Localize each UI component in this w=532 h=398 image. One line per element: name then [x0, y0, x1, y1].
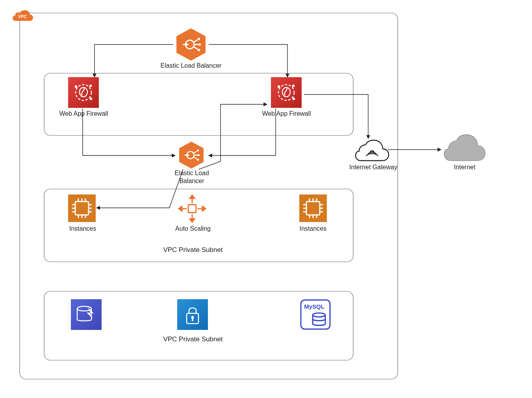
svg-point-8	[198, 43, 201, 46]
elb-top-label: Elastic Load Balancer	[150, 62, 232, 69]
conn-elb-top-to-waf-right	[209, 44, 287, 77]
svg-point-15	[90, 98, 92, 100]
svg-point-13	[75, 85, 77, 88]
svg-rect-16	[271, 77, 302, 108]
svg-point-10	[198, 49, 200, 51]
waf-right-label: Web App Firewall	[254, 110, 319, 117]
svg-rect-70	[177, 299, 208, 330]
svg-point-14	[89, 85, 92, 87]
auto-scaling-label: Auto Scaling	[165, 225, 221, 232]
vpc-badge: VPC	[12, 9, 34, 22]
svg-point-20	[293, 98, 295, 100]
svg-marker-49	[190, 219, 195, 222]
elb-mid-label: Elastic Load Balancer	[166, 169, 217, 185]
instances-left-label: Instances	[53, 225, 112, 232]
auto-scaling-icon	[176, 193, 208, 224]
svg-marker-1	[176, 28, 206, 61]
svg-point-28	[198, 154, 200, 156]
svg-marker-21	[179, 142, 204, 169]
svg-point-26	[197, 150, 199, 152]
svg-rect-11	[68, 77, 99, 108]
igw-label: Internet Gateway	[342, 164, 405, 171]
svg-point-6	[198, 38, 200, 40]
db-cache-icon	[71, 299, 102, 330]
db-mysql-icon: MySQL	[299, 298, 332, 331]
waf-left-label: Web App Firewall	[51, 110, 116, 117]
svg-point-19	[292, 85, 295, 87]
svg-marker-51	[179, 206, 182, 211]
conn-elb-top-to-waf-left	[95, 44, 173, 77]
subnet2-label: VPC Private Subnet	[158, 335, 228, 343]
elb-mid-icon	[177, 141, 206, 169]
subnet1-label: VPC Private Subnet	[158, 246, 228, 254]
svg-rect-73	[192, 318, 193, 321]
waf-right-icon	[271, 77, 302, 108]
svg-rect-45	[188, 205, 196, 213]
svg-point-18	[278, 85, 280, 88]
internet-label: Internet	[443, 164, 486, 171]
instances-right-label: Instances	[284, 225, 343, 232]
internet-icon	[443, 130, 486, 165]
instances-right-icon	[299, 194, 327, 222]
svg-point-76	[313, 313, 325, 317]
svg-marker-47	[190, 195, 195, 198]
internet-gateway-icon	[354, 136, 390, 164]
svg-point-30	[197, 159, 199, 161]
db-lock-icon	[177, 299, 208, 330]
instances-left-icon	[68, 194, 96, 222]
diagram-stage: VPC Elastic Load Balancer	[0, 0, 532, 398]
svg-marker-53	[202, 206, 206, 211]
svg-text:VPC: VPC	[18, 14, 27, 19]
svg-rect-68	[71, 299, 102, 330]
elb-top-icon	[174, 28, 208, 61]
waf-left-icon	[68, 77, 99, 108]
svg-text:MySQL: MySQL	[304, 303, 324, 310]
